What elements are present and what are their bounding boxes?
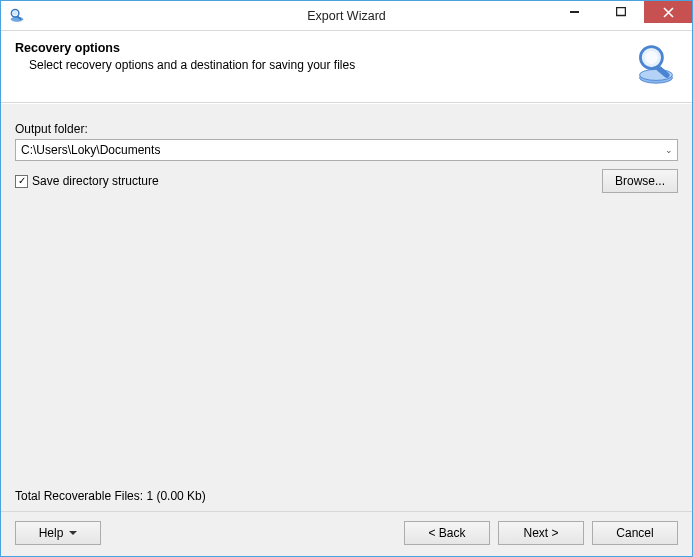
output-folder-label: Output folder: [15, 122, 678, 136]
close-button[interactable] [644, 1, 692, 23]
cancel-button[interactable]: Cancel [592, 521, 678, 545]
next-button[interactable]: Next > [498, 521, 584, 545]
magnifier-icon [634, 41, 678, 88]
header-subtitle: Select recovery options and a destinatio… [29, 58, 355, 72]
caret-down-icon [69, 531, 77, 535]
help-button[interactable]: Help [15, 521, 101, 545]
wizard-body: Output folder: C:\Users\Loky\Documents ⌄… [1, 103, 692, 511]
svg-point-2 [13, 11, 18, 16]
svg-rect-5 [617, 8, 626, 16]
browse-button[interactable]: Browse... [602, 169, 678, 193]
header-title: Recovery options [15, 41, 355, 55]
status-text: Total Recoverable Files: 1 (0.00 Kb) [15, 489, 678, 503]
back-button[interactable]: < Back [404, 521, 490, 545]
chevron-down-icon: ⌄ [665, 145, 673, 155]
svg-rect-4 [570, 11, 579, 13]
maximize-button[interactable] [598, 1, 644, 23]
save-directory-checkbox[interactable]: ✓ Save directory structure [15, 174, 159, 188]
wizard-header: Recovery options Select recovery options… [1, 31, 692, 103]
minimize-button[interactable] [552, 1, 598, 23]
app-icon [8, 5, 26, 26]
wizard-footer: Help < Back Next > Cancel [1, 511, 692, 556]
save-directory-label: Save directory structure [32, 174, 159, 188]
output-folder-value: C:\Users\Loky\Documents [21, 143, 160, 157]
checkbox-icon: ✓ [15, 175, 28, 188]
titlebar: Export Wizard [1, 1, 692, 31]
output-folder-dropdown[interactable]: C:\Users\Loky\Documents ⌄ [15, 139, 678, 161]
svg-point-9 [645, 51, 658, 64]
